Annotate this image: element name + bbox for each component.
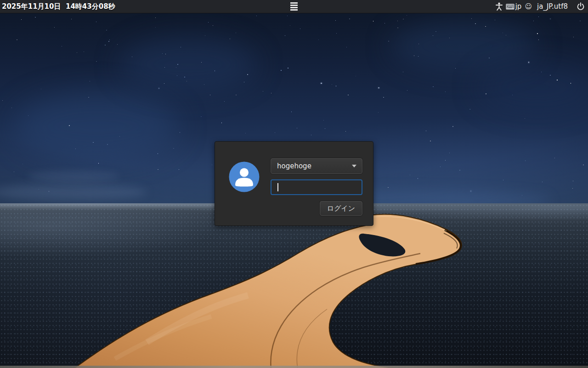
power-icon[interactable]: [577, 2, 585, 11]
hamburger-menu-icon[interactable]: [288, 0, 300, 13]
clock: 2025年11月10日 14時43分08秒: [2, 0, 115, 13]
keyboard-layout-label: jp: [515, 2, 522, 11]
chevron-down-icon: [352, 165, 356, 167]
user-select-dropdown[interactable]: hogehoge: [271, 158, 362, 174]
bottom-edge-strip: [0, 366, 588, 368]
keyboard-layout-indicator[interactable]: jp: [506, 2, 522, 11]
login-dialog: hogehoge ログイン: [215, 141, 373, 226]
ground-background: [0, 203, 588, 368]
login-screen: hogehoge ログイン 2025年11月10日 14時43分08秒: [0, 0, 588, 368]
top-panel: 2025年11月10日 14時43分08秒: [0, 0, 588, 13]
horizon-mist: [28, 171, 119, 181]
smiley-face-icon[interactable]: ☺: [525, 0, 532, 13]
password-input[interactable]: [271, 180, 362, 194]
login-button[interactable]: ログイン: [320, 201, 362, 216]
password-field: [271, 179, 362, 195]
locale-label: ja_JP.utf8: [537, 2, 568, 11]
keyboard-icon: [506, 4, 514, 10]
accessibility-icon[interactable]: [496, 2, 503, 11]
selected-username: hogehoge: [271, 162, 352, 170]
indicator-tray: jp ☺ ja_JP.utf8: [496, 0, 588, 13]
user-avatar-icon: [229, 161, 260, 192]
text-caret: [277, 183, 278, 191]
